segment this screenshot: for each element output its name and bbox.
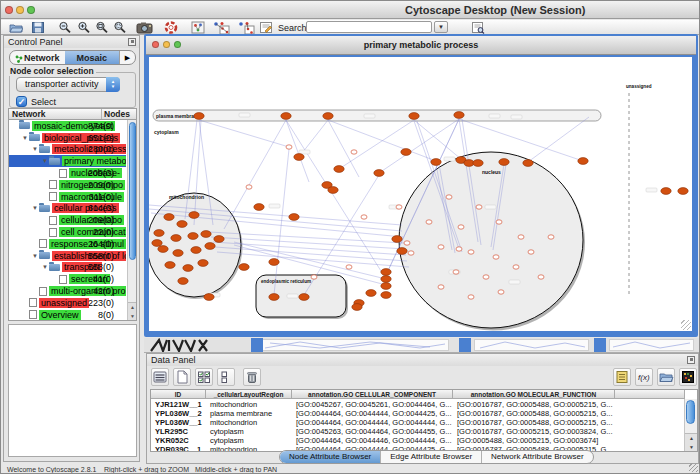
vizmap-node-icon[interactable]	[212, 21, 230, 34]
network-node[interactable]	[183, 265, 193, 272]
search-dropdown-button[interactable]: ▼	[434, 21, 448, 33]
import-attributes-icon[interactable]	[657, 368, 675, 386]
zoom-window-button[interactable]	[27, 6, 35, 14]
zoom-selected-icon[interactable]	[113, 21, 127, 34]
zoom-in-icon[interactable]	[77, 21, 91, 34]
tree-scrollbar-thumb[interactable]	[129, 122, 136, 260]
search-input[interactable]	[306, 21, 432, 33]
tree-row[interactable]: ▼cellular process614(0)	[9, 203, 126, 215]
tree-row[interactable]: ▼metabolic process280(0)	[9, 144, 126, 156]
network-node-unselected[interactable]	[426, 220, 432, 224]
table-cell[interactable]: [GO:0016787, GO:0005488, GO:0005215, G..…	[453, 400, 615, 409]
network-node[interactable]	[269, 294, 279, 301]
tree-row[interactable]: ▼biological_process651(0)	[9, 132, 126, 144]
tree-row[interactable]: ▼transport558(0)	[9, 262, 126, 274]
network-node-unselected[interactable]	[438, 245, 444, 249]
network-node[interactable]	[294, 154, 304, 161]
network-node[interactable]	[499, 159, 509, 166]
tree-header-nodes[interactable]: Nodes	[102, 109, 136, 119]
table-cell[interactable]: YPL036W__1	[151, 418, 206, 427]
tree-row[interactable]: nucleobase-209(0)	[9, 167, 126, 179]
network-node-unselected[interactable]	[528, 250, 534, 254]
attribute-select-icon[interactable]	[151, 368, 169, 386]
node-color-dropdown[interactable]: transporter activity ▲▼	[16, 77, 120, 92]
network-edge[interactable]	[414, 120, 461, 159]
table-cell[interactable]: [GO:0044464, GO:0044444, GO:0044444, G..…	[292, 418, 453, 427]
float-panel-icon[interactable]	[128, 38, 136, 46]
table-cell[interactable]: cytoplasm	[206, 427, 292, 436]
table-cell[interactable]: YDR039C__1	[151, 445, 206, 452]
open-session-icon[interactable]	[9, 21, 23, 34]
network-node[interactable]	[165, 262, 175, 269]
network-node[interactable]	[578, 158, 588, 165]
network-node[interactable]	[177, 221, 187, 228]
zoom-out-icon[interactable]	[58, 21, 72, 34]
network-node-unselected[interactable]	[346, 265, 352, 269]
network-node[interactable]	[401, 149, 411, 156]
network-node[interactable]	[678, 188, 688, 195]
table-column-header[interactable]: annotation.GO MOLECULAR_FUNCTION	[453, 390, 615, 399]
tree-row[interactable]: cell communicat22(0)	[9, 226, 126, 238]
network-node[interactable]	[191, 247, 201, 254]
tree-row[interactable]: cellular metabo209(0)	[9, 214, 126, 226]
network-node[interactable]	[201, 231, 211, 238]
table-cell[interactable]: [GO:0044464, GO:0044446, GO:0044444, G..…	[292, 436, 453, 445]
network-node[interactable]	[205, 243, 215, 250]
more-tabs-arrow[interactable]: ▶	[119, 51, 135, 64]
table-cell[interactable]: cytoplasm	[206, 436, 292, 445]
zoom-fit-icon[interactable]	[95, 21, 109, 34]
table-cell[interactable]	[615, 427, 685, 436]
network-node-unselected[interactable]	[361, 215, 367, 219]
tab-network[interactable]: Network	[10, 51, 65, 64]
table-cell[interactable]	[615, 445, 685, 452]
table-cell[interactable]: [GO:0005488, GO:0005215, GO:0003674]	[453, 436, 615, 445]
help-icon[interactable]	[164, 21, 178, 34]
network-edge[interactable]	[528, 117, 589, 162]
network-node[interactable]	[254, 204, 264, 211]
network-node-unselected[interactable]	[513, 265, 519, 269]
attribute-list-icon[interactable]	[613, 368, 631, 386]
network-node[interactable]	[334, 166, 344, 173]
network-node[interactable]	[328, 187, 338, 194]
annotation-icon[interactable]	[259, 21, 273, 34]
table-cell[interactable]: mitochondrion	[206, 445, 292, 452]
tree-row[interactable]: nitrogen compo209(0)	[9, 179, 126, 191]
network-node-unselected[interactable]	[438, 285, 444, 289]
advanced-search-icon[interactable]	[471, 21, 485, 34]
network-node[interactable]	[381, 276, 391, 283]
table-cell[interactable]: mitochondrion	[206, 418, 292, 427]
tree-row[interactable]: Overview8(0)	[9, 309, 126, 321]
vizmap-edge-icon[interactable]	[237, 21, 255, 34]
network-node[interactable]	[366, 290, 376, 297]
table-column-header[interactable]	[615, 390, 685, 399]
table-cell[interactable]	[615, 409, 685, 418]
network-node-unselected[interactable]	[476, 205, 482, 209]
network-node-unselected[interactable]	[483, 275, 489, 279]
network-node[interactable]	[204, 294, 214, 301]
table-cell[interactable]: [GO:0016787, GO:0005215, GO:0003824, G..…	[453, 427, 615, 436]
tree-row[interactable]: ▼establishment of lo558(0)	[9, 250, 126, 262]
delete-attribute-icon[interactable]	[243, 368, 261, 386]
network-node-unselected[interactable]	[458, 225, 464, 229]
network-node-unselected[interactable]	[496, 220, 502, 224]
network-node-unselected[interactable]	[493, 255, 499, 259]
network-node-unselected[interactable]	[446, 195, 452, 199]
network-edge[interactable]	[286, 120, 386, 279]
table-cell[interactable]	[615, 418, 685, 427]
select-nodes-checkbox[interactable]: ✓	[16, 96, 27, 107]
view-resize-grip[interactable]	[681, 320, 691, 330]
network-node[interactable]	[239, 264, 249, 271]
network-node[interactable]	[397, 248, 407, 255]
network-edge[interactable]	[339, 120, 414, 169]
network-node[interactable]	[409, 113, 419, 120]
table-cell[interactable]: [GO:0045263, GO:0044464, GO:0044455, G..…	[292, 427, 453, 436]
tab-node-attribute-browser[interactable]: Node Attribute Browser	[280, 451, 381, 463]
network-edge[interactable]	[274, 149, 289, 295]
tree-expand-arrow[interactable]: ▼	[41, 158, 49, 164]
table-cell[interactable]: mitochondrion	[206, 400, 292, 409]
tab-mosaic[interactable]: Mosaic	[65, 51, 120, 64]
table-cell[interactable]: plasma membrane	[206, 409, 292, 418]
network-edge[interactable]	[234, 242, 386, 279]
table-cell[interactable]: YLR295C	[151, 427, 206, 436]
network-node[interactable]	[281, 113, 291, 120]
